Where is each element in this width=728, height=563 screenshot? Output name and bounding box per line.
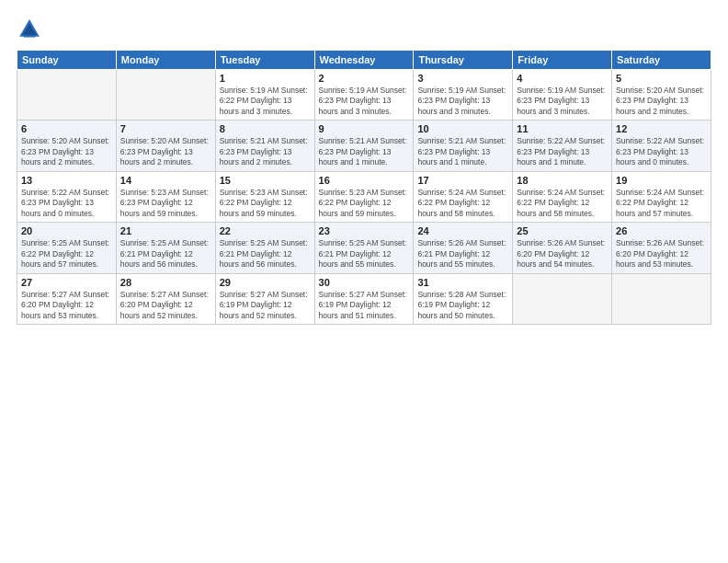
day-info: Sunrise: 5:21 AM Sunset: 6:23 PM Dayligh… [319, 136, 410, 167]
logo-icon [17, 17, 42, 42]
day-info: Sunrise: 5:23 AM Sunset: 6:23 PM Dayligh… [120, 188, 211, 219]
day-info: Sunrise: 5:26 AM Sunset: 6:20 PM Dayligh… [517, 238, 608, 270]
day-info: Sunrise: 5:25 AM Sunset: 6:21 PM Dayligh… [120, 238, 211, 270]
day-info: Sunrise: 5:27 AM Sunset: 6:19 PM Dayligh… [220, 290, 311, 321]
calendar-cell: 28Sunrise: 5:27 AM Sunset: 6:20 PM Dayli… [116, 273, 215, 324]
calendar-cell: 10Sunrise: 5:21 AM Sunset: 6:23 PM Dayli… [414, 121, 513, 171]
day-header-thursday: Thursday [414, 51, 513, 70]
calendar-cell: 30Sunrise: 5:27 AM Sunset: 6:19 PM Dayli… [314, 273, 414, 324]
logo [17, 17, 48, 42]
calendar-cell: 8Sunrise: 5:21 AM Sunset: 6:23 PM Daylig… [215, 121, 314, 171]
calendar-cell: 25Sunrise: 5:26 AM Sunset: 6:20 PM Dayli… [513, 223, 612, 273]
day-info: Sunrise: 5:20 AM Sunset: 6:23 PM Dayligh… [616, 86, 707, 117]
day-info: Sunrise: 5:22 AM Sunset: 6:23 PM Dayligh… [517, 136, 608, 167]
day-info: Sunrise: 5:23 AM Sunset: 6:22 PM Dayligh… [319, 188, 410, 219]
calendar-cell: 27Sunrise: 5:27 AM Sunset: 6:20 PM Dayli… [17, 273, 117, 324]
day-number: 10 [417, 123, 508, 134]
calendar-cell: 18Sunrise: 5:24 AM Sunset: 6:22 PM Dayli… [513, 171, 612, 222]
day-number: 1 [220, 73, 311, 84]
day-number: 7 [120, 123, 211, 134]
calendar-cell: 14Sunrise: 5:23 AM Sunset: 6:23 PM Dayli… [116, 171, 215, 222]
day-number: 6 [21, 123, 112, 134]
day-info: Sunrise: 5:19 AM Sunset: 6:23 PM Dayligh… [417, 86, 508, 117]
day-info: Sunrise: 5:21 AM Sunset: 6:23 PM Dayligh… [220, 136, 311, 167]
day-info: Sunrise: 5:27 AM Sunset: 6:19 PM Dayligh… [319, 290, 410, 321]
day-info: Sunrise: 5:19 AM Sunset: 6:23 PM Dayligh… [517, 86, 608, 117]
day-info: Sunrise: 5:22 AM Sunset: 6:23 PM Dayligh… [616, 136, 707, 167]
calendar-week-3: 13Sunrise: 5:22 AM Sunset: 6:23 PM Dayli… [17, 171, 711, 222]
day-number: 28 [120, 277, 211, 288]
day-number: 5 [616, 73, 707, 84]
header [17, 17, 711, 42]
day-info: Sunrise: 5:28 AM Sunset: 6:19 PM Dayligh… [417, 290, 508, 321]
day-number: 22 [220, 225, 311, 236]
calendar-week-4: 20Sunrise: 5:25 AM Sunset: 6:22 PM Dayli… [17, 223, 711, 273]
day-number: 18 [517, 175, 608, 186]
day-info: Sunrise: 5:25 AM Sunset: 6:21 PM Dayligh… [319, 238, 410, 270]
page: SundayMondayTuesdayWednesdayThursdayFrid… [0, 0, 728, 563]
day-number: 4 [517, 73, 608, 84]
day-info: Sunrise: 5:21 AM Sunset: 6:23 PM Dayligh… [417, 136, 508, 167]
day-number: 20 [21, 225, 112, 236]
day-number: 30 [319, 277, 410, 288]
day-header-monday: Monday [116, 51, 215, 70]
day-info: Sunrise: 5:27 AM Sunset: 6:20 PM Dayligh… [21, 290, 112, 321]
day-number: 29 [220, 277, 311, 288]
day-number: 23 [319, 225, 410, 236]
calendar-cell: 3Sunrise: 5:19 AM Sunset: 6:23 PM Daylig… [414, 70, 513, 121]
calendar-cell [513, 273, 612, 324]
day-info: Sunrise: 5:25 AM Sunset: 6:21 PM Dayligh… [220, 238, 311, 270]
day-info: Sunrise: 5:19 AM Sunset: 6:23 PM Dayligh… [319, 86, 410, 117]
calendar-cell: 23Sunrise: 5:25 AM Sunset: 6:21 PM Dayli… [314, 223, 414, 273]
svg-rect-2 [24, 35, 35, 37]
calendar-cell: 21Sunrise: 5:25 AM Sunset: 6:21 PM Dayli… [116, 223, 215, 273]
calendar-cell: 7Sunrise: 5:20 AM Sunset: 6:23 PM Daylig… [116, 121, 215, 171]
day-info: Sunrise: 5:23 AM Sunset: 6:22 PM Dayligh… [220, 188, 311, 219]
day-number: 27 [21, 277, 112, 288]
day-info: Sunrise: 5:22 AM Sunset: 6:23 PM Dayligh… [21, 188, 112, 219]
day-number: 26 [616, 225, 707, 236]
calendar-cell [17, 70, 117, 121]
day-number: 14 [120, 175, 211, 186]
day-number: 9 [319, 123, 410, 134]
calendar-cell: 24Sunrise: 5:26 AM Sunset: 6:21 PM Dayli… [414, 223, 513, 273]
calendar-cell: 4Sunrise: 5:19 AM Sunset: 6:23 PM Daylig… [513, 70, 612, 121]
day-info: Sunrise: 5:19 AM Sunset: 6:22 PM Dayligh… [220, 86, 311, 117]
calendar-cell: 16Sunrise: 5:23 AM Sunset: 6:22 PM Dayli… [314, 171, 414, 222]
calendar-cell: 12Sunrise: 5:22 AM Sunset: 6:23 PM Dayli… [612, 121, 711, 171]
day-number: 3 [417, 73, 508, 84]
calendar-cell [116, 70, 215, 121]
day-number: 11 [517, 123, 608, 134]
day-info: Sunrise: 5:25 AM Sunset: 6:22 PM Dayligh… [21, 238, 112, 270]
day-info: Sunrise: 5:24 AM Sunset: 6:22 PM Dayligh… [417, 188, 508, 219]
day-number: 8 [220, 123, 311, 134]
calendar-cell: 6Sunrise: 5:20 AM Sunset: 6:23 PM Daylig… [17, 121, 117, 171]
day-header-saturday: Saturday [612, 51, 711, 70]
day-info: Sunrise: 5:26 AM Sunset: 6:21 PM Dayligh… [417, 238, 508, 270]
day-number: 17 [417, 175, 508, 186]
calendar-cell: 19Sunrise: 5:24 AM Sunset: 6:22 PM Dayli… [612, 171, 711, 222]
day-info: Sunrise: 5:26 AM Sunset: 6:20 PM Dayligh… [616, 238, 707, 270]
calendar-header-row: SundayMondayTuesdayWednesdayThursdayFrid… [17, 51, 711, 70]
calendar-cell: 13Sunrise: 5:22 AM Sunset: 6:23 PM Dayli… [17, 171, 117, 222]
day-number: 19 [616, 175, 707, 186]
day-number: 21 [120, 225, 211, 236]
calendar-cell: 1Sunrise: 5:19 AM Sunset: 6:22 PM Daylig… [215, 70, 314, 121]
calendar-cell: 5Sunrise: 5:20 AM Sunset: 6:23 PM Daylig… [612, 70, 711, 121]
calendar-cell: 31Sunrise: 5:28 AM Sunset: 6:19 PM Dayli… [414, 273, 513, 324]
day-number: 25 [517, 225, 608, 236]
calendar-cell: 20Sunrise: 5:25 AM Sunset: 6:22 PM Dayli… [17, 223, 117, 273]
day-info: Sunrise: 5:27 AM Sunset: 6:20 PM Dayligh… [120, 290, 211, 321]
day-number: 2 [319, 73, 410, 84]
day-info: Sunrise: 5:24 AM Sunset: 6:22 PM Dayligh… [517, 188, 608, 219]
day-number: 31 [417, 277, 508, 288]
calendar-cell: 29Sunrise: 5:27 AM Sunset: 6:19 PM Dayli… [215, 273, 314, 324]
calendar-table: SundayMondayTuesdayWednesdayThursdayFrid… [17, 50, 711, 325]
day-info: Sunrise: 5:20 AM Sunset: 6:23 PM Dayligh… [21, 136, 112, 167]
day-number: 16 [319, 175, 410, 186]
calendar-cell: 17Sunrise: 5:24 AM Sunset: 6:22 PM Dayli… [414, 171, 513, 222]
day-number: 24 [417, 225, 508, 236]
day-number: 15 [220, 175, 311, 186]
calendar-cell: 11Sunrise: 5:22 AM Sunset: 6:23 PM Dayli… [513, 121, 612, 171]
calendar-week-2: 6Sunrise: 5:20 AM Sunset: 6:23 PM Daylig… [17, 121, 711, 171]
